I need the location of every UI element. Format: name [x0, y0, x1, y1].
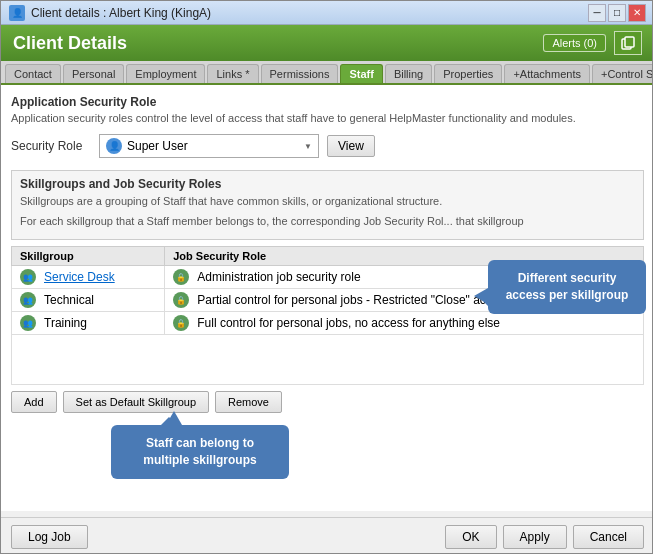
- set-default-button[interactable]: Set as Default Skillgroup: [63, 391, 209, 413]
- skillgroup-name: Technical: [44, 293, 94, 307]
- skillgroup-cell: 👥 Service Desk: [12, 266, 165, 289]
- table-row: 👥 Technical 🔒 Partial control for person…: [12, 289, 644, 312]
- app-title: Client Details: [13, 33, 127, 54]
- dropdown-arrow-icon: ▼: [304, 142, 312, 151]
- ok-button[interactable]: OK: [445, 525, 496, 549]
- main-content: Application Security Role Application se…: [1, 85, 653, 511]
- skillgroup-icon: 👥: [20, 292, 36, 308]
- skillgroup-table: Skillgroup Job Security Role 👥 Service D…: [11, 246, 644, 385]
- title-bar-text: Client details : Albert King (KingA): [31, 6, 211, 20]
- table-row: 👥 Training 🔒 Full control for personal j…: [12, 312, 644, 335]
- role-label: Partial control for personal jobs - Rest…: [197, 293, 505, 307]
- content-area: Application Security Role Application se…: [1, 85, 653, 511]
- svg-rect-1: [625, 37, 634, 47]
- skillgroups-section: Skillgroups and Job Security Roles Skill…: [11, 170, 644, 240]
- maximize-button[interactable]: □: [608, 4, 626, 22]
- security-role-dropdown[interactable]: 👤 Super User ▼: [99, 134, 319, 158]
- job-security-cell: 🔒 Partial control for personal jobs - Re…: [165, 289, 644, 312]
- apply-button[interactable]: Apply: [503, 525, 567, 549]
- tab-attachments[interactable]: +Attachments: [504, 64, 590, 83]
- security-role-value: Super User: [127, 139, 188, 153]
- tab-contact[interactable]: Contact: [5, 64, 61, 83]
- app-icon: 👤: [9, 5, 25, 21]
- copy-icon[interactable]: [614, 31, 642, 55]
- skillgroup-icon: 👥: [20, 315, 36, 331]
- tab-properties[interactable]: Properties: [434, 64, 502, 83]
- skillgroup-cell: 👥 Training: [12, 312, 165, 335]
- skillgroups-extra-desc: For each skillgroup that a Staff member …: [20, 214, 635, 229]
- minimize-button[interactable]: ─: [588, 4, 606, 22]
- alerts-badge[interactable]: Alerts (0): [543, 34, 606, 52]
- role-label: Administration job security role: [197, 270, 360, 284]
- user-icon: 👤: [106, 138, 122, 154]
- bottom-right: OK Apply Cancel: [445, 525, 644, 549]
- tab-control-sets[interactable]: +Control Sets: [592, 64, 653, 83]
- role-icon: 🔒: [173, 269, 189, 285]
- title-bar-controls: ─ □ ✕: [588, 4, 646, 22]
- skillgroup-name: Training: [44, 316, 87, 330]
- table-row: 👥 Service Desk 🔒 Administration job secu…: [12, 266, 644, 289]
- table-row-empty: [12, 335, 644, 385]
- add-button[interactable]: Add: [11, 391, 57, 413]
- col-job-security: Job Security Role: [165, 247, 644, 266]
- security-role-label: Security Role: [11, 139, 91, 153]
- tab-personal[interactable]: Personal: [63, 64, 124, 83]
- job-security-cell: 🔒 Administration job security role: [165, 266, 644, 289]
- app-header: Client Details Alerts (0): [1, 25, 653, 61]
- skillgroup-link[interactable]: Service Desk: [44, 270, 115, 284]
- security-role-row: Security Role 👤 Super User ▼ View: [11, 134, 644, 158]
- role-label: Full control for personal jobs, no acces…: [197, 316, 500, 330]
- cancel-button[interactable]: Cancel: [573, 525, 644, 549]
- app-security-title: Application Security Role: [11, 95, 644, 109]
- header-right: Alerts (0): [543, 31, 642, 55]
- app-security-desc: Application security roles control the l…: [11, 111, 644, 126]
- role-icon: 🔒: [173, 292, 189, 308]
- skillgroups-title: Skillgroups and Job Security Roles: [20, 177, 635, 191]
- tab-staff[interactable]: Staff: [340, 64, 382, 83]
- tab-permissions[interactable]: Permissions: [261, 64, 339, 83]
- job-security-cell: 🔒 Full control for personal jobs, no acc…: [165, 312, 644, 335]
- skillgroup-cell: 👥 Technical: [12, 289, 165, 312]
- view-button[interactable]: View: [327, 135, 375, 157]
- log-job-button[interactable]: Log Job: [11, 525, 88, 549]
- tab-employment[interactable]: Employment: [126, 64, 205, 83]
- table-actions: Add Set as Default Skillgroup Remove: [11, 391, 644, 413]
- tab-billing[interactable]: Billing: [385, 64, 432, 83]
- skillgroup-icon: 👥: [20, 269, 36, 285]
- bottom-bar: Log Job OK Apply Cancel: [1, 517, 653, 554]
- skillgroups-desc: Skillgroups are a grouping of Staff that…: [20, 194, 635, 209]
- tab-bar: Contact Personal Employment Links * Perm…: [1, 61, 653, 85]
- col-skillgroup: Skillgroup: [12, 247, 165, 266]
- app-security-section: Application Security Role Application se…: [11, 95, 644, 158]
- remove-button[interactable]: Remove: [215, 391, 282, 413]
- title-bar: 👤 Client details : Albert King (KingA) ─…: [1, 1, 653, 25]
- role-icon: 🔒: [173, 315, 189, 331]
- tab-links[interactable]: Links *: [207, 64, 258, 83]
- close-button[interactable]: ✕: [628, 4, 646, 22]
- bottom-left: Log Job: [11, 525, 88, 549]
